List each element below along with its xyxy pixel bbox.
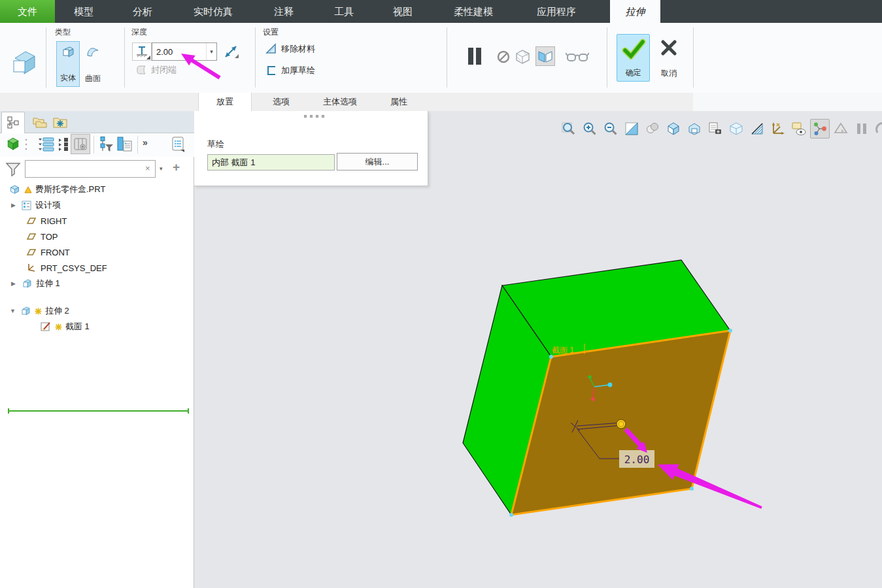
tab-placement[interactable]: 放置 bbox=[198, 93, 252, 111]
depth-dropdown-arrow[interactable]: ▾ bbox=[206, 43, 216, 60]
pause-display-icon[interactable] bbox=[852, 119, 872, 139]
prism-display-icon[interactable] bbox=[831, 119, 851, 139]
clear-search-icon[interactable]: × bbox=[145, 163, 150, 173]
ok-button[interactable]: 确定 bbox=[617, 34, 650, 82]
tree-row-right-plane[interactable]: RIGHT bbox=[0, 213, 194, 229]
cancel-label: 取消 bbox=[661, 68, 677, 79]
tree-label[interactable]: 费斯托零件盒.PRT bbox=[35, 184, 105, 195]
menu-tab-file[interactable]: 文件 bbox=[0, 0, 55, 23]
expand-levels-icon[interactable] bbox=[38, 137, 55, 155]
menu-bar: 文件 模型 分析 实时仿真 注释 工具 视图 柔性建模 应用程序 拉伸 bbox=[0, 0, 882, 23]
surface-icon bbox=[86, 45, 100, 58]
tree-row-design-items[interactable]: ▶ 设计项 bbox=[0, 197, 194, 213]
perspective-view-icon[interactable] bbox=[726, 119, 746, 139]
clipped-more-icon[interactable] bbox=[873, 119, 882, 139]
spin-center-icon[interactable] bbox=[810, 119, 830, 139]
tree-row-top-plane[interactable]: TOP bbox=[0, 229, 194, 244]
menu-tab-view[interactable]: 视图 bbox=[383, 0, 422, 23]
sketch-tag-label[interactable]: 截面 1 bbox=[552, 346, 574, 355]
menu-tab-model[interactable]: 模型 bbox=[64, 0, 103, 23]
datum-display-icon[interactable] bbox=[768, 119, 788, 139]
surface-type-button[interactable]: 曲面 bbox=[81, 41, 105, 87]
search-dropdown-icon[interactable]: ▾ bbox=[160, 165, 163, 172]
menu-tab-annotate[interactable]: 注释 bbox=[264, 0, 303, 23]
tab-body-options[interactable]: 主体选项 bbox=[311, 93, 369, 111]
tree-search-input[interactable] bbox=[25, 160, 156, 178]
geometry-preview-icon[interactable] bbox=[535, 46, 555, 66]
expander-icon[interactable]: ▼ bbox=[10, 308, 16, 314]
repaint-icon[interactable] bbox=[622, 119, 641, 139]
settings-file-icon[interactable] bbox=[170, 136, 187, 156]
expander-icon[interactable]: ▶ bbox=[11, 202, 18, 208]
tree-label[interactable]: 截面 1 bbox=[65, 321, 90, 333]
tree-label[interactable]: PRT_CSYS_DEF bbox=[41, 263, 107, 273]
section-view-icon[interactable] bbox=[747, 119, 767, 139]
menu-tab-applications[interactable]: 应用程序 bbox=[528, 0, 585, 23]
thicken-sketch-toggle[interactable]: 加厚草绘 bbox=[265, 65, 315, 76]
cancel-button[interactable]: 取消 bbox=[654, 34, 684, 82]
expander-icon[interactable]: ▶ bbox=[11, 280, 18, 287]
warning-icon bbox=[24, 186, 32, 193]
favorites-folder-icon[interactable] bbox=[48, 112, 72, 133]
sketch-reference-field[interactable]: 内部 截面 1 bbox=[207, 154, 335, 171]
wireframe-preview-icon[interactable] bbox=[513, 48, 532, 65]
depth-drag-handle[interactable] bbox=[617, 419, 626, 429]
tree-label[interactable]: RIGHT bbox=[41, 216, 67, 226]
pause-feature-icon[interactable] bbox=[465, 46, 484, 66]
add-filter-icon[interactable]: + bbox=[173, 160, 180, 174]
model-tree-icon[interactable] bbox=[1, 112, 25, 133]
saved-orientations-icon[interactable] bbox=[685, 119, 704, 139]
tree-label[interactable]: FRONT bbox=[41, 248, 70, 257]
no-preview-icon[interactable] bbox=[496, 50, 511, 64]
tree-row-part[interactable]: 费斯托零件盒.PRT bbox=[0, 182, 194, 197]
part-cube-icon[interactable] bbox=[5, 136, 21, 154]
depth-value-combobox[interactable]: 2.00 ▾ bbox=[152, 42, 217, 61]
menu-tab-flex-modeling[interactable]: 柔性建模 bbox=[445, 0, 502, 23]
tree-label[interactable]: 拉伸 2 bbox=[45, 305, 69, 317]
remove-material-toggle[interactable]: 移除材料 bbox=[265, 43, 315, 55]
capped-ends-toggle: 封闭端 bbox=[135, 64, 177, 76]
edit-sketch-button[interactable]: 编辑... bbox=[337, 153, 418, 171]
flip-direction-icon[interactable] bbox=[221, 42, 241, 61]
new-feature-badge bbox=[55, 323, 62, 331]
tree-row-front-plane[interactable]: FRONT bbox=[0, 244, 194, 260]
zoom-in-icon[interactable] bbox=[580, 119, 600, 139]
tree-row-csys[interactable]: PRT_CSYS_DEF bbox=[0, 260, 194, 276]
solid-type-button[interactable]: 实体 bbox=[56, 41, 80, 87]
dimension-value[interactable]: 2.00 bbox=[624, 453, 650, 466]
tab-options[interactable]: 选项 bbox=[252, 93, 311, 111]
more-chevron[interactable]: » bbox=[143, 137, 148, 148]
menu-tab-live-sim[interactable]: 实时仿真 bbox=[184, 0, 243, 23]
model-tree-panel: » × ▾ + 费斯托零件盒.PRT ▶ 设计项 RIGHT TOP bbox=[0, 111, 194, 588]
tree-label[interactable]: TOP bbox=[41, 232, 58, 242]
datum-plane-icon bbox=[25, 246, 37, 258]
grip-dots[interactable] bbox=[25, 139, 27, 153]
tree-filter-icon[interactable] bbox=[98, 136, 114, 155]
menu-tab-analysis[interactable]: 分析 bbox=[123, 0, 162, 23]
tree-row-extrude1[interactable]: ▶ 拉伸 1 bbox=[0, 276, 194, 291]
collapse-levels-icon[interactable] bbox=[58, 137, 71, 155]
panel-drag-handle[interactable] bbox=[304, 115, 324, 118]
display-style-icon[interactable] bbox=[664, 119, 683, 139]
verify-glasses-icon[interactable] bbox=[565, 50, 590, 64]
tree-row-extrude2[interactable]: ▼ 拉伸 2 bbox=[0, 303, 194, 319]
tree-options-icon[interactable] bbox=[116, 136, 133, 155]
zoom-out-icon[interactable] bbox=[601, 119, 620, 139]
menu-tab-tools[interactable]: 工具 bbox=[324, 0, 364, 23]
insertion-locator-line[interactable] bbox=[8, 410, 189, 412]
folder-browser-icon[interactable] bbox=[27, 112, 51, 133]
menu-tab-extrude-active[interactable]: 拉伸 bbox=[610, 0, 660, 23]
tab-properties[interactable]: 属性 bbox=[369, 93, 428, 111]
tree-columns-icon[interactable] bbox=[71, 134, 90, 154]
zoom-to-fit-icon[interactable] bbox=[559, 119, 579, 139]
tree-label[interactable]: 拉伸 1 bbox=[36, 278, 60, 289]
filter-funnel-icon[interactable] bbox=[5, 162, 21, 179]
annotation-display-icon[interactable] bbox=[789, 119, 809, 139]
blind-depth-icon[interactable] bbox=[132, 42, 152, 61]
graphics-area[interactable]: 截面 1 2.00 草绘 内部 截面 1 编辑... bbox=[194, 111, 882, 588]
view-manager-icon[interactable] bbox=[705, 119, 725, 139]
depth-value[interactable]: 2.00 bbox=[152, 47, 206, 57]
shading-style-icon[interactable] bbox=[643, 119, 662, 139]
tree-row-section1[interactable]: 截面 1 bbox=[0, 319, 194, 335]
tree-label[interactable]: 设计项 bbox=[35, 199, 61, 211]
